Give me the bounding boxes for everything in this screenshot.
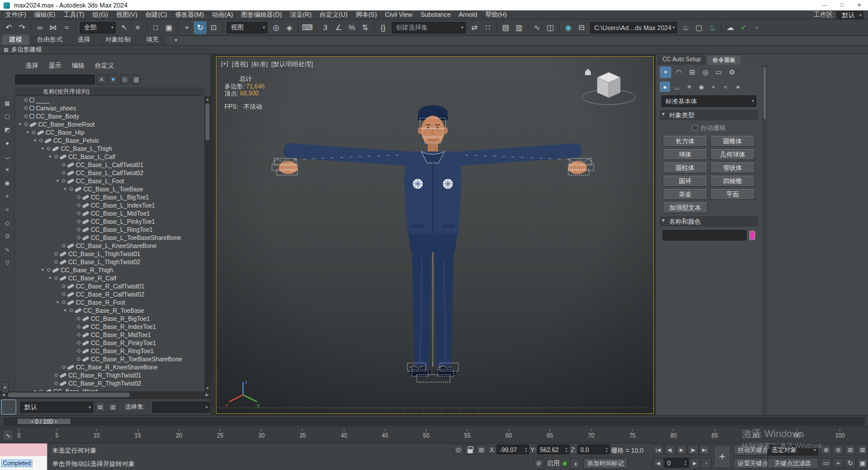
hierarchy-tab-icon[interactable]: ⊞ [686, 66, 698, 78]
perspective-viewport[interactable]: [+][透视][标准][默认明暗处理] 总计 多边形: 71,646 顶点: 6… [216, 56, 654, 414]
time-marker-icon[interactable]: ◑ [570, 458, 580, 469]
select-by-name-icon[interactable]: ≡ [131, 21, 144, 34]
rendered-frame-window-icon[interactable]: ▢ [693, 21, 705, 34]
menu-item[interactable]: 组(G) [89, 10, 112, 19]
menu-item[interactable]: 脚本(S) [352, 10, 381, 19]
create-tab-icon[interactable]: + [660, 66, 671, 78]
toolbar-separator[interactable] [374, 23, 374, 33]
visibility-icon[interactable] [77, 212, 80, 215]
ribbon-tab[interactable]: 自由形式 [30, 35, 69, 45]
tree-row[interactable]: CC_Base_R_CalfTwist02 [15, 290, 204, 298]
track-bar[interactable]: ∿ 05101520253035404550556065707580859095… [0, 427, 868, 443]
visibility-icon[interactable] [77, 228, 80, 231]
tree-row[interactable]: CC_Base_L_BigToe1 [15, 193, 204, 201]
cloud-render-icon[interactable]: ☁ [724, 21, 737, 34]
show-geometry-icon[interactable]: ● [2, 138, 13, 147]
space-warps-category-icon[interactable]: ≈ [720, 82, 731, 92]
percent-snap-icon[interactable]: % [345, 21, 358, 34]
visibility-icon[interactable] [62, 284, 65, 288]
column-chooser-icon[interactable]: ▥ [131, 75, 141, 84]
degradation-toggle-icon[interactable]: ⊘ [534, 458, 544, 469]
schematic-view-icon[interactable]: ◫ [544, 21, 557, 34]
expand-arrow[interactable] [47, 276, 53, 280]
visibility-icon[interactable] [77, 325, 80, 328]
selection-filter-combo[interactable]: 全部 [80, 22, 116, 34]
expand-arrow[interactable] [55, 300, 60, 305]
key-selected-combo[interactable]: 选定对象 [767, 445, 818, 456]
maximize-viewport-icon[interactable]: ▣ [857, 458, 868, 468]
display-all-icon[interactable]: ▦ [2, 98, 13, 108]
curve-editor-icon[interactable]: ∿ [531, 21, 543, 34]
menu-item[interactable]: 创建(C) [141, 10, 171, 19]
show-groups-icon[interactable]: ◇ [2, 218, 13, 227]
visibility-icon[interactable] [77, 341, 80, 345]
primitive-button[interactable]: 平面 [710, 189, 755, 200]
explorer-options-icon[interactable]: ▥ [108, 402, 118, 412]
tree-row[interactable]: CC_Base_L_Thigh [15, 145, 204, 153]
go-to-start-button[interactable]: |◀ [653, 445, 664, 455]
key-filters-button[interactable]: 关键点过滤器 [767, 458, 818, 469]
visibility-icon[interactable] [62, 301, 65, 304]
menu-item[interactable]: Arnold [455, 10, 481, 19]
tree-row[interactable]: CC_Base_Waist [15, 387, 204, 391]
scroll-up-icon[interactable]: ▲ [204, 96, 211, 102]
scroll-right-icon[interactable]: ▶ [204, 391, 211, 398]
x-spinner[interactable] [523, 445, 528, 454]
angle-snap-icon[interactable]: ∠ [332, 21, 345, 34]
project-folder-icon[interactable]: ⊟ [575, 21, 588, 34]
menu-item[interactable]: 编辑(E) [30, 10, 60, 19]
tree-row[interactable]: ____ [15, 96, 204, 104]
select-object-icon[interactable]: ↖ [118, 21, 131, 34]
select-and-scale-icon[interactable]: ⊡ [207, 21, 220, 34]
explorer-layout-icon[interactable]: ▤ [95, 402, 105, 412]
dock-tab[interactable]: CC Auto Setup [657, 55, 706, 65]
menu-item[interactable]: 自定义(U) [315, 10, 351, 19]
tree-row[interactable]: CC_Base_L_Calf [15, 153, 204, 161]
zoom-icon[interactable]: ⊕ [821, 445, 832, 455]
tree-row[interactable]: CC_Base_R_ThighTwist01 [15, 371, 204, 379]
motion-tab-icon[interactable]: ◎ [700, 66, 711, 78]
visibility-icon[interactable] [47, 268, 50, 272]
mini-curve-editor-icon[interactable]: ∿ [2, 430, 14, 441]
filter-icon[interactable]: ▼ [108, 75, 118, 84]
scene-explorer-toggle-icon[interactable]: ▥ [513, 21, 525, 34]
mirror-icon[interactable]: ⇄ [468, 21, 481, 34]
explorer-vertical-scrollbar[interactable]: ▲ ▼ [204, 96, 211, 391]
zoom-all-icon[interactable]: ⊛ [833, 445, 844, 455]
frame-spinner[interactable] [683, 458, 688, 467]
play-button[interactable]: ▶ [676, 445, 687, 455]
render-production-icon[interactable]: ♨ [706, 21, 719, 34]
rectangular-selection-region-icon[interactable]: □ [149, 21, 162, 34]
visibility-icon[interactable] [54, 276, 58, 280]
zoom-extents-all-icon[interactable]: ⊠ [857, 445, 868, 455]
visibility-icon[interactable] [77, 220, 80, 223]
tree-row[interactable]: CC_Base_L_CalfTwist02 [15, 169, 204, 177]
clear-search-icon[interactable]: ✕ [97, 75, 106, 84]
expand-arrow[interactable] [25, 130, 30, 135]
tree-row[interactable]: CC_Base_R_Foot [15, 298, 204, 306]
systems-category-icon[interactable]: ∗ [733, 82, 743, 92]
show-xrefs-icon[interactable]: ⊙ [2, 231, 13, 240]
tree-row[interactable]: CC_Base_L_ThighTwist01 [15, 250, 204, 258]
viewport-label-segment[interactable]: [默认明暗处理] [271, 60, 313, 69]
modify-tab-icon[interactable]: ◠ [673, 66, 685, 78]
visibility-icon[interactable] [69, 309, 73, 312]
ribbon-tab[interactable]: 对象绘制 [98, 35, 138, 45]
tree-row[interactable]: CC_Base_L_IndexToe1 [15, 201, 204, 209]
lights-category-icon[interactable]: ☀ [684, 82, 694, 92]
visibility-icon[interactable] [62, 293, 65, 296]
show-frozen-icon[interactable]: ▽ [2, 258, 13, 267]
tree-row[interactable]: CC_Base_L_RingToe1 [15, 225, 204, 234]
material-editor-icon[interactable]: ◉ [562, 21, 575, 34]
explorer-search-input[interactable] [15, 75, 95, 84]
set-key-button[interactable]: 设置关键点 [734, 458, 773, 469]
tree-row[interactable]: CC_Base_L_CalfTwist01 [15, 161, 204, 169]
use-pivot-center-icon[interactable]: ◎ [270, 21, 282, 34]
add-time-tag-button[interactable]: 添加时间标记 [583, 458, 628, 469]
layer-explorer-icon[interactable]: ▤ [499, 21, 512, 34]
visibility-icon[interactable] [77, 236, 80, 239]
workspace-combo[interactable]: 默认 [837, 11, 863, 19]
toolbar-separator[interactable] [298, 23, 299, 33]
cameras-category-icon[interactable]: ◉ [696, 82, 707, 92]
toolbar-separator[interactable] [721, 23, 722, 33]
